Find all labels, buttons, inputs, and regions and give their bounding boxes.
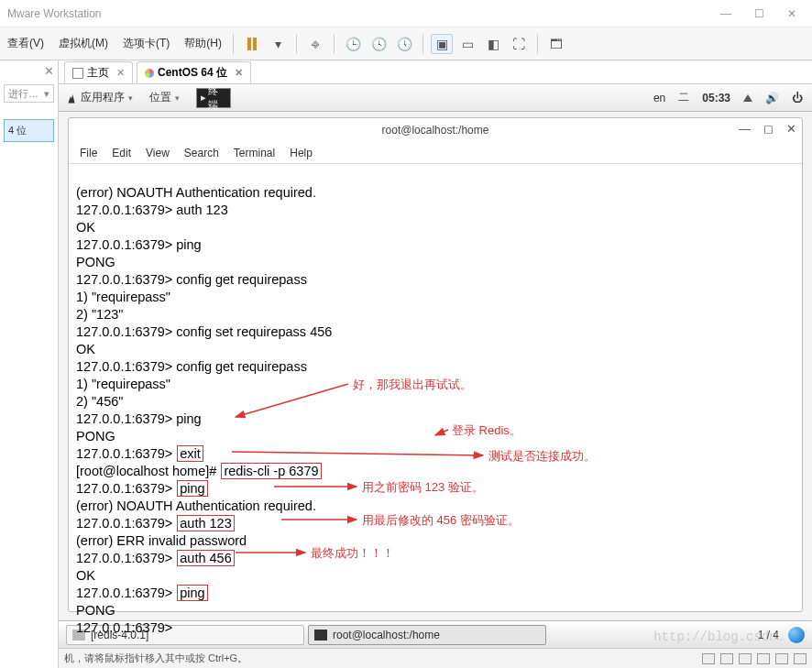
- term-menu-help[interactable]: Help: [290, 147, 313, 159]
- menu-view[interactable]: 查看(V): [4, 34, 48, 53]
- terminal-launcher[interactable]: ▸终端: [196, 88, 231, 108]
- applications-menu[interactable]: 应用程序▾: [59, 88, 140, 107]
- clock-time: 05:33: [702, 92, 730, 104]
- toolbar-dropdown[interactable]: ▾: [267, 34, 289, 54]
- network-icon[interactable]: [743, 94, 752, 102]
- terminal-titlebar: root@localhost:/home — ◻ ✕: [69, 118, 802, 142]
- cmd-redis-cli: redis-cli -p 6379: [221, 463, 321, 479]
- volume-icon[interactable]: 🔊: [765, 92, 779, 104]
- sidebar-search[interactable]: 进行…▾: [4, 84, 54, 103]
- annotation-1: 好，那我退出再试试。: [353, 377, 472, 393]
- term-menu-terminal[interactable]: Terminal: [234, 147, 275, 159]
- term-menu-search[interactable]: Search: [184, 147, 219, 159]
- cmd-exit: exit: [177, 445, 203, 462]
- power-icon[interactable]: ⏻: [792, 92, 803, 104]
- thumbnail-icon[interactable]: ◧: [482, 34, 504, 54]
- home-icon: [72, 68, 83, 79]
- svg-line-2: [232, 452, 483, 455]
- tab-home-close[interactable]: ✕: [116, 67, 125, 79]
- term-menu-edit[interactable]: Edit: [112, 147, 131, 159]
- annotation-5: 用最后修改的 456 密码验证。: [362, 512, 520, 529]
- snapshot-icon[interactable]: 🕒: [342, 34, 364, 54]
- cmd-auth-456: auth 456: [177, 550, 234, 566]
- sidebar-close-icon[interactable]: ✕: [44, 64, 54, 78]
- gnome-foot-icon: [66, 93, 77, 104]
- unity-icon[interactable]: ▭: [456, 34, 478, 54]
- menu-vm[interactable]: 虚拟机(M): [55, 34, 112, 53]
- library-icon[interactable]: 🗔: [545, 34, 567, 54]
- annotation-2: 登录 Redis。: [452, 422, 521, 439]
- host-menubar: 查看(V) 虚拟机(M) 选项卡(T) 帮助(H) ▾ ⎆ 🕒 🕓 🕔 ▣ ▭ …: [0, 27, 812, 60]
- annotation-3: 测试是否连接成功。: [488, 448, 596, 465]
- tab-centos[interactable]: CentOS 64 位 ✕: [137, 61, 251, 83]
- stretch-icon[interactable]: ⛶: [508, 34, 530, 54]
- cmd-auth-123: auth 123: [177, 515, 234, 531]
- term-close[interactable]: ✕: [786, 122, 796, 136]
- clock-day: 二: [678, 90, 689, 105]
- terminal-window: root@localhost:/home — ◻ ✕ File Edit Vie…: [68, 117, 803, 612]
- pause-button[interactable]: [241, 34, 263, 54]
- svg-line-0: [236, 384, 348, 417]
- input-lang[interactable]: en: [653, 92, 665, 104]
- close-button[interactable]: ✕: [786, 7, 797, 20]
- snapshot-take-icon[interactable]: 🕓: [368, 34, 390, 54]
- term-menu-file[interactable]: File: [80, 147, 97, 159]
- watermark: http://blog.csdn…: [653, 630, 785, 644]
- tab-home[interactable]: 主页 ✕: [64, 61, 133, 83]
- cmd-ping2: ping: [177, 585, 207, 601]
- minimize-button[interactable]: —: [720, 7, 731, 20]
- maximize-button[interactable]: ☐: [753, 7, 764, 20]
- guest-topbar: 应用程序▾ 位置▾ ▸终端 en 二 05:33 🔊 ⏻: [59, 84, 812, 112]
- host-sidebar: ✕ 进行…▾ 4 位: [0, 60, 59, 668]
- tab-centos-close[interactable]: ✕: [235, 67, 243, 79]
- fullscreen-icon[interactable]: ▣: [431, 34, 453, 54]
- annotation-4: 用之前密码 123 验证。: [362, 479, 484, 496]
- term-maximize[interactable]: ◻: [763, 122, 774, 136]
- annotation-6: 最终成功！！！: [311, 545, 394, 562]
- menu-tabs[interactable]: 选项卡(T): [119, 34, 173, 53]
- svg-line-1: [435, 430, 448, 435]
- host-titlebar: Mware Workstation — ☐ ✕: [0, 0, 812, 27]
- menu-help[interactable]: 帮助(H): [181, 34, 225, 53]
- places-menu[interactable]: 位置▾: [142, 88, 187, 107]
- snapshot-manager-icon[interactable]: 🕔: [393, 34, 415, 54]
- term-minimize[interactable]: —: [739, 122, 751, 136]
- terminal-menubar: File Edit View Search Terminal Help: [69, 142, 802, 164]
- terminal-body[interactable]: (error) NOAUTH Authentication required. …: [69, 164, 802, 668]
- vm-tab-row: 主页 ✕ CentOS 64 位 ✕: [59, 60, 812, 84]
- cmd-ping1: ping: [177, 480, 207, 497]
- sidebar-vm-item[interactable]: 4 位: [4, 119, 54, 142]
- term-menu-view[interactable]: View: [146, 147, 170, 159]
- centos-icon: [145, 69, 154, 78]
- app-title: Mware Workstation: [7, 7, 101, 20]
- send-key-icon[interactable]: ⎆: [304, 34, 326, 54]
